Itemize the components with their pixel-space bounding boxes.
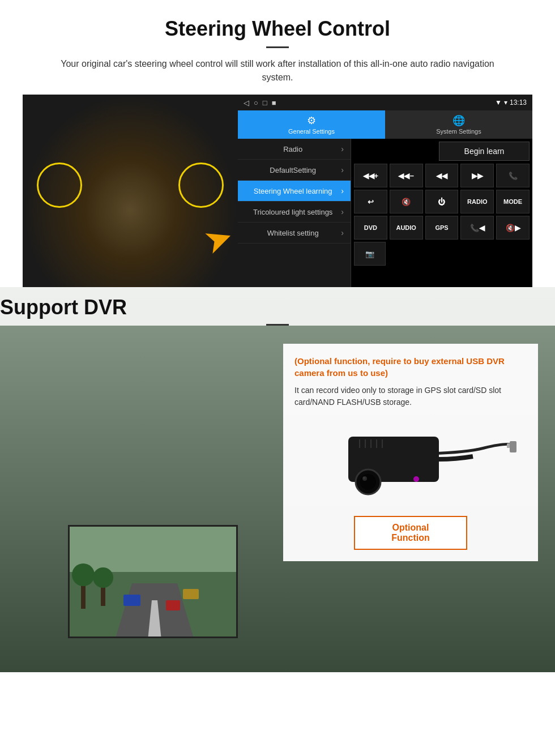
arrow-indicator: ➤ xyxy=(198,216,238,263)
steering-title: Steering Wheel Control xyxy=(23,17,532,41)
dvr-optional-text: (Optional function, require to buy exter… xyxy=(294,355,527,379)
svg-point-23 xyxy=(93,567,113,588)
ctrl-phone-prev[interactable]: 📞◀ xyxy=(460,216,494,240)
steering-section: Steering Wheel Control Your original car… xyxy=(0,0,555,287)
recent-icon: □ xyxy=(263,99,267,107)
wheel-bg: ➤ xyxy=(23,95,238,287)
chevron-whitelist-icon: › xyxy=(341,228,344,237)
ctrl-phone[interactable]: 📞 xyxy=(496,164,530,187)
settings-menu: Radio › DefaultSetting › Steering Wheel … xyxy=(238,139,351,287)
dvr-small-screenshot xyxy=(68,525,238,638)
settings-tabs: ⚙ General Settings 🌐 System Settings xyxy=(238,110,532,139)
svg-point-12 xyxy=(363,477,365,479)
svg-rect-0 xyxy=(510,441,516,452)
menu-item-default[interactable]: DefaultSetting › xyxy=(238,160,351,181)
steering-wheel-image: ➤ xyxy=(23,95,238,287)
ctrl-dvd[interactable]: DVD xyxy=(354,216,387,240)
dvr-camera-svg xyxy=(303,420,518,505)
statusbar-status: ▼ ▾ 13:13 xyxy=(495,99,527,106)
menu-item-whitelist-label: Whitelist setting xyxy=(245,229,341,237)
menu-item-default-label: DefaultSetting xyxy=(245,166,341,174)
ctrl-cam[interactable]: 📷 xyxy=(354,242,386,266)
ctrl-mute-next[interactable]: 🔇▶ xyxy=(496,216,530,240)
svg-point-11 xyxy=(413,476,419,482)
tab-general[interactable]: ⚙ General Settings xyxy=(238,110,385,139)
control-grid-row1: ◀◀+ ◀◀− ◀◀ ▶▶ 📞 xyxy=(354,164,530,187)
ctrl-gps[interactable]: GPS xyxy=(425,216,459,240)
svg-rect-1 xyxy=(507,443,510,448)
settings-content: Radio › DefaultSetting › Steering Wheel … xyxy=(238,139,532,287)
svg-rect-18 xyxy=(166,600,180,610)
dvr-camera-image xyxy=(294,417,527,507)
dvr-background: Support DVR (Optional function, require … xyxy=(0,287,555,672)
ctrl-radio[interactable]: RADIO xyxy=(460,190,494,213)
tab-system-label: System Settings xyxy=(436,128,481,135)
chevron-default-icon: › xyxy=(341,165,344,174)
wifi-icon: ▾ xyxy=(504,99,507,106)
title-divider xyxy=(266,46,289,48)
menu-item-whitelist[interactable]: Whitelist setting › xyxy=(238,223,351,244)
android-statusbar: ◁ ○ □ ■ ▼ ▾ 13:13 xyxy=(238,95,532,110)
svg-rect-19 xyxy=(183,589,199,599)
ctrl-next[interactable]: ▶▶ xyxy=(460,164,494,187)
dvr-title: Support DVR xyxy=(0,296,555,319)
tab-general-label: General Settings xyxy=(288,128,335,135)
dvr-info-card: (Optional function, require to buy exter… xyxy=(283,344,538,561)
menu-item-tricolor-label: Tricoloured light settings xyxy=(245,208,341,216)
dvr-title-area: Support DVR xyxy=(0,287,555,326)
chevron-radio-icon: › xyxy=(341,144,344,153)
chevron-tricolor-icon: › xyxy=(341,207,344,216)
menu-icon: ■ xyxy=(272,99,276,107)
steering-description: Your original car's steering wheel contr… xyxy=(45,57,510,84)
control-grid-row2: ↩ 🔇 ⏻ RADIO MODE xyxy=(354,190,530,213)
wheel-circle-left xyxy=(37,163,82,208)
svg-point-9 xyxy=(360,474,376,490)
control-grid-row3: DVD AUDIO GPS 📞◀ 🔇▶ xyxy=(354,216,530,240)
ctrl-audio[interactable]: AUDIO xyxy=(390,216,423,240)
signal-icon: ▼ xyxy=(495,99,502,106)
steering-controls: Begin learn ◀◀+ ◀◀− ◀◀ ▶▶ 📞 ↩ 🔇 ⏻ xyxy=(351,139,532,287)
ctrl-vol-up[interactable]: ◀◀+ xyxy=(354,164,387,187)
dvr-description: It can record video only to storage in G… xyxy=(294,385,527,408)
wheel-circle-right xyxy=(178,163,224,208)
chevron-steering-icon: › xyxy=(341,186,344,195)
android-ui: ◁ ○ □ ■ ▼ ▾ 13:13 ⚙ General Settings xyxy=(238,95,532,287)
menu-item-steering[interactable]: Steering Wheel learning › xyxy=(238,181,351,202)
statusbar-nav-icons: ◁ ○ □ ■ xyxy=(244,99,276,107)
home-icon: ○ xyxy=(254,99,258,107)
control-row-last: 📷 xyxy=(354,242,530,266)
dvr-section: Support DVR (Optional function, require … xyxy=(0,287,555,672)
menu-item-radio-label: Radio xyxy=(245,145,341,153)
ctrl-vol-down[interactable]: ◀◀− xyxy=(390,164,423,187)
ctrl-prev[interactable]: ◀◀ xyxy=(425,164,459,187)
menu-item-steering-label: Steering Wheel learning xyxy=(245,187,341,195)
ctrl-mute[interactable]: 🔇 xyxy=(390,190,423,213)
clock: 13:13 xyxy=(510,99,527,106)
menu-item-radio[interactable]: Radio › xyxy=(238,139,351,160)
globe-icon: 🌐 xyxy=(452,114,465,127)
gear-icon: ⚙ xyxy=(307,114,316,127)
ctrl-back[interactable]: ↩ xyxy=(354,190,387,213)
steering-screenshot: ➤ ◁ ○ □ ■ ▼ ▾ 13:13 xyxy=(23,95,532,287)
ctrl-power[interactable]: ⏻ xyxy=(425,190,459,213)
begin-learn-button[interactable]: Begin learn xyxy=(439,142,530,161)
ctrl-mode[interactable]: MODE xyxy=(496,190,530,213)
menu-item-tricolor[interactable]: Tricoloured light settings › xyxy=(238,202,351,223)
begin-learn-row: Begin learn xyxy=(354,142,530,161)
svg-rect-17 xyxy=(123,595,140,606)
dvr-divider xyxy=(266,324,289,326)
svg-point-21 xyxy=(72,563,95,586)
optional-function-button[interactable]: Optional Function xyxy=(354,516,467,550)
back-icon: ◁ xyxy=(244,99,249,107)
tab-system[interactable]: 🌐 System Settings xyxy=(385,110,532,139)
dvr-small-road-svg xyxy=(70,527,238,638)
